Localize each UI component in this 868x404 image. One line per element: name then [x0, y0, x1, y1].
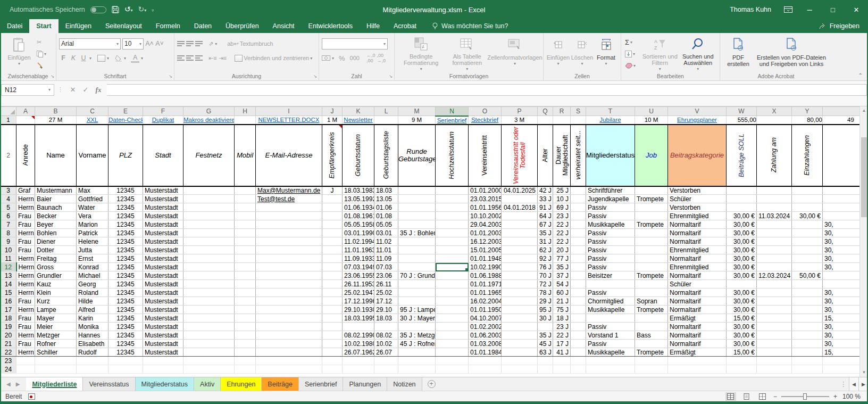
cell-Q11[interactable]: 92 J	[538, 254, 553, 263]
cell-F18[interactable]: Musterstadt	[143, 314, 183, 323]
cell-E17[interactable]: 12345	[108, 306, 143, 314]
cell-P17[interactable]	[502, 306, 538, 314]
header-cell-S2[interactable]: verheiratet seit...	[571, 125, 586, 186]
cell-V6[interactable]: Ehrenmitglied	[668, 212, 727, 220]
cell-S20[interactable]	[571, 331, 586, 340]
cell-M20[interactable]: 35 J : Metzger	[398, 331, 436, 340]
column-header-F[interactable]: F	[143, 107, 183, 116]
cell-E8[interactable]: 12345	[108, 229, 143, 237]
cell-T17[interactable]: Musikkapelle	[586, 306, 635, 314]
cell-Z8[interactable]: 30,	[823, 229, 860, 237]
cell-W12[interactable]: 30,00 €	[727, 263, 757, 271]
cell-G24[interactable]	[183, 365, 235, 374]
cell-U13[interactable]: Trompete	[635, 271, 668, 280]
header-cell-E2[interactable]: PLZ	[108, 125, 143, 186]
cell-B20[interactable]: Metzger	[35, 331, 77, 340]
cell-K15[interactable]: 25.02.1947	[343, 288, 374, 297]
cell-G21[interactable]	[183, 340, 235, 348]
cell-V3[interactable]: Verstorben	[668, 186, 727, 195]
cell-E13[interactable]: 12345	[108, 271, 143, 280]
cell-L4[interactable]: 13.05	[374, 195, 398, 203]
cell-V1[interactable]: Ehrungsplaner	[668, 116, 727, 125]
cell-Q21[interactable]: 45 J	[538, 340, 553, 348]
cell-C12[interactable]: Konrad	[77, 263, 108, 271]
row-header-12[interactable]: 12	[1, 263, 16, 271]
cell-K10[interactable]: 11.01.1963	[343, 246, 374, 254]
cell-B15[interactable]: Klein	[35, 288, 77, 297]
cell-Y19[interactable]	[792, 323, 823, 331]
cell-B11[interactable]: Freitag	[35, 254, 77, 263]
cell-P1[interactable]: 3 M	[502, 116, 538, 125]
cell-B16[interactable]: Kurz	[35, 297, 77, 306]
decrease-decimal-icon[interactable]: ,00→,0	[377, 53, 386, 63]
cell-M22[interactable]	[398, 348, 436, 357]
cell-C3[interactable]: Max	[77, 186, 108, 195]
cell-H13[interactable]	[235, 271, 256, 280]
cell-Y15[interactable]	[792, 288, 823, 297]
cell-V19[interactable]: Normaltarif	[668, 323, 727, 331]
cell-I22[interactable]	[256, 348, 322, 357]
cell-X1[interactable]	[757, 116, 792, 125]
cell-X11[interactable]	[757, 254, 792, 263]
cell-L20[interactable]: 08.02	[374, 331, 398, 340]
cell-L18[interactable]: 18.03	[374, 314, 398, 323]
cell-Q10[interactable]: 62 J	[538, 246, 553, 254]
cell-Y16[interactable]	[792, 297, 823, 306]
cell-X13[interactable]: 12.03.2024	[757, 271, 792, 280]
cell-Q8[interactable]: 35 J	[538, 229, 553, 237]
cell-T20[interactable]: Vorstand 1	[586, 331, 635, 340]
cell-B9[interactable]: Diener	[35, 237, 77, 246]
cell-X23[interactable]	[757, 357, 792, 365]
column-header-P[interactable]: P	[502, 107, 538, 116]
row-header-15[interactable]: 15	[1, 288, 16, 297]
cell-C17[interactable]: Alfred	[77, 306, 108, 314]
cell-N5[interactable]	[436, 203, 469, 212]
cell-Z22[interactable]: 15,	[823, 348, 860, 357]
cell-G22[interactable]	[183, 348, 235, 357]
cell-A22[interactable]: Herrn	[16, 348, 35, 357]
cell-U9[interactable]	[635, 237, 668, 246]
cell-C5[interactable]: Water	[77, 203, 108, 212]
cell-F21[interactable]: Musterstadt	[143, 340, 183, 348]
cell-X6[interactable]: 11.03.2024	[757, 212, 792, 220]
cell-E4[interactable]: 12345	[108, 195, 143, 203]
sheet-nav-prev-icon[interactable]: ◀	[6, 381, 11, 387]
cell-V8[interactable]: Normaltarif	[668, 229, 727, 237]
row-header-16[interactable]: 16	[1, 297, 16, 306]
cell-C13[interactable]: Michael	[77, 271, 108, 280]
row-header-19[interactable]: 19	[1, 323, 16, 331]
cell-L9[interactable]: 11.02	[374, 237, 398, 246]
cell-L23[interactable]	[374, 357, 398, 365]
cell-Z11[interactable]: 30,	[823, 254, 860, 263]
sheet-nav-next-icon[interactable]: ▶	[16, 381, 20, 387]
underline-button[interactable]: U	[79, 54, 88, 62]
cell-Z1[interactable]: 49	[823, 116, 860, 125]
cell-E20[interactable]: 12345	[108, 331, 143, 340]
cell-P9[interactable]	[502, 237, 538, 246]
tab-entwicklertools[interactable]: Entwicklertools	[302, 19, 360, 33]
cell-S9[interactable]	[571, 237, 586, 246]
cell-A8[interactable]: Herrn	[16, 229, 35, 237]
cell-I5[interactable]	[256, 203, 322, 212]
cell-F7[interactable]: Musterstadt	[143, 220, 183, 229]
cell-V14[interactable]: Schüler	[668, 280, 727, 288]
column-header-M[interactable]: M	[398, 107, 436, 116]
align-left-icon[interactable]	[177, 54, 185, 62]
delete-cells-button[interactable]: Löschen▾	[570, 35, 594, 72]
cell-K14[interactable]: 26.11.1953	[343, 280, 374, 288]
undo-icon[interactable]: ↺▾	[124, 5, 133, 14]
cell-Z6[interactable]	[823, 212, 860, 220]
cell-Z12[interactable]: 30,	[823, 263, 860, 271]
cell-U17[interactable]: Trompete	[635, 306, 668, 314]
cell-F8[interactable]: Musterstadt	[143, 229, 183, 237]
cell-E24[interactable]	[108, 365, 143, 374]
cell-E15[interactable]: 12345	[108, 288, 143, 297]
cell-T18[interactable]	[586, 314, 635, 323]
cell-Q13[interactable]: 70 J	[538, 271, 553, 280]
cell-B3[interactable]: Mustermann	[35, 186, 77, 195]
cell-M13[interactable]: 70 J : Grundler	[398, 271, 436, 280]
cell-U24[interactable]	[635, 365, 668, 374]
cell-O5[interactable]: 01.01.1956	[469, 203, 502, 212]
cell-R5[interactable]: 69 J	[553, 203, 571, 212]
cell-T19[interactable]: Passiv	[586, 323, 635, 331]
